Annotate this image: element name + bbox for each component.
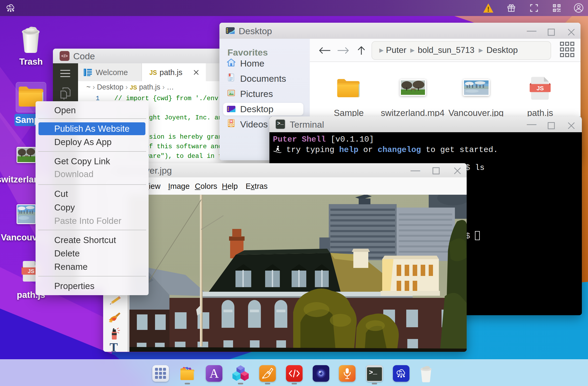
- svg-text:JS: JS: [536, 85, 544, 92]
- svg-text:JS: JS: [28, 268, 34, 274]
